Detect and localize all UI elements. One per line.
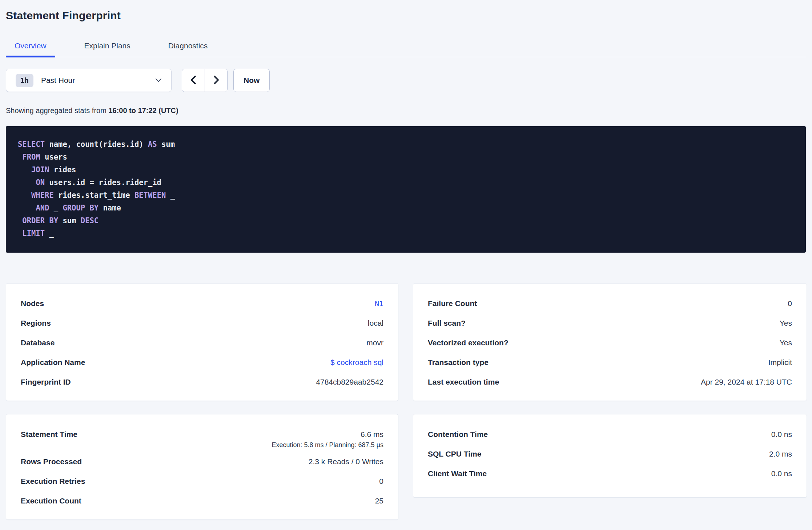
stat-value: 6.6 ms [361, 430, 383, 439]
stat-value: 0.0 ns [771, 430, 792, 439]
stat-label: Nodes [21, 299, 44, 308]
stat-value: 2.3 k Reads / 0 Writes [309, 457, 383, 466]
tab-bar: Overview Explain Plans Diagnostics [6, 36, 806, 57]
page-title: Statement Fingerprint [6, 9, 806, 22]
stat-row: Failure Count0 [428, 294, 792, 313]
stat-value: Apr 29, 2024 at 17:18 UTC [701, 378, 792, 386]
stat-value: 0.0 ns [771, 469, 792, 478]
stat-label: Database [21, 338, 55, 347]
stat-value: local [368, 319, 383, 328]
statement-details-card: NodesN1RegionslocalDatabasemovrApplicati… [6, 283, 398, 401]
stat-value: Yes [780, 338, 792, 347]
stat-row: Databasemovr [21, 333, 383, 353]
stat-label: Failure Count [428, 299, 477, 308]
stat-row: NodesN1 [21, 294, 383, 313]
stat-row: Contention Time0.0 ns [428, 425, 792, 444]
sql-line: SELECT name, count(rides.id) AS sum [18, 138, 795, 151]
tab-explain-plans[interactable]: Explain Plans [76, 36, 139, 57]
stat-label: Client Wait Time [428, 469, 487, 478]
stat-value-link[interactable]: $ cockroach sql [330, 358, 383, 367]
stat-row: Client Wait Time0.0 ns [428, 464, 792, 483]
sql-line: ORDER BY sum DESC [18, 214, 795, 227]
stat-label: Vectorized execution? [428, 338, 508, 347]
stat-row: Last execution timeApr 29, 2024 at 17:18… [428, 372, 792, 392]
stat-label: Rows Processed [21, 457, 82, 466]
stat-value: Implicit [768, 358, 792, 367]
stat-row: Rows Processed2.3 k Reads / 0 Writes [21, 452, 383, 471]
summary-cards-grid: NodesN1RegionslocalDatabasemovrApplicati… [6, 283, 806, 520]
timing-stats-card: Contention Time0.0 nsSQL CPU Time2.0 msC… [413, 414, 807, 498]
stat-value: Yes [780, 319, 792, 328]
stat-label: Execution Count [21, 497, 81, 505]
caption-range: 16:00 to 17:22 (UTC) [108, 107, 178, 115]
stat-label: Last execution time [428, 378, 499, 386]
stat-value: 0 [788, 299, 792, 308]
stat-row: Application Name$ cockroach sql [21, 353, 383, 372]
time-step-buttons [182, 69, 228, 92]
stat-label: Contention Time [428, 430, 488, 439]
chevron-left-icon [190, 75, 197, 86]
sql-line: JOIN rides [18, 164, 795, 176]
stat-value: movr [366, 338, 383, 347]
stat-row: Regionslocal [21, 313, 383, 333]
tab-overview[interactable]: Overview [6, 36, 55, 57]
stat-value: 4784cb829aab2542 [316, 378, 383, 386]
stat-value-link[interactable]: N1 [375, 299, 383, 308]
stat-row: Fingerprint ID4784cb829aab2542 [21, 372, 383, 392]
sql-statement-box: SELECT name, count(rides.id) AS sum FROM… [6, 126, 806, 253]
chevron-right-icon [213, 75, 220, 86]
stat-label: Full scan? [428, 319, 466, 328]
stat-label: SQL CPU Time [428, 450, 481, 458]
sql-line: FROM users [18, 151, 795, 164]
stat-row: Transaction typeImplicit [428, 353, 792, 372]
stat-label: Statement Time [21, 430, 77, 439]
now-button[interactable]: Now [233, 69, 270, 92]
next-range-button[interactable] [205, 69, 227, 92]
sql-line: LIMIT _ [18, 227, 795, 240]
stat-row: Full scan?Yes [428, 313, 792, 333]
stat-value: 2.0 ms [769, 450, 792, 458]
stat-row: Execution Retries0 [21, 471, 383, 491]
stat-label: Regions [21, 319, 51, 328]
stat-row: SQL CPU Time2.0 ms [428, 444, 792, 464]
aggregated-stats-caption: Showing aggregated stats from 16:00 to 1… [6, 107, 806, 115]
statement-stats-card: Statement Time6.6 msExecution: 5.8 ms / … [6, 414, 398, 520]
sql-line: WHERE rides.start_time BETWEEN _ [18, 189, 795, 202]
stat-label: Application Name [21, 358, 85, 367]
sql-line: ON users.id = rides.rider_id [18, 176, 795, 189]
stat-value: 25 [375, 497, 383, 505]
stat-label: Transaction type [428, 358, 489, 367]
stat-value: 0 [379, 477, 383, 486]
time-range-dropdown[interactable]: 1h Past Hour [6, 69, 172, 92]
stat-row: Vectorized execution?Yes [428, 333, 792, 353]
sql-line: AND _ GROUP BY name [18, 202, 795, 214]
stat-subvalue: Execution: 5.8 ms / Planning: 687.5 µs [272, 441, 383, 449]
tab-diagnostics[interactable]: Diagnostics [160, 36, 217, 57]
time-range-badge: 1h [16, 74, 33, 87]
statement-fingerprint-page: Statement Fingerprint Overview Explain P… [0, 0, 812, 530]
time-controls: 1h Past Hour Now [6, 69, 806, 92]
execution-attributes-card: Failure Count0Full scan?YesVectorized ex… [413, 283, 807, 401]
time-range-label: Past Hour [41, 76, 75, 85]
stat-label: Execution Retries [21, 477, 85, 486]
caption-prefix: Showing aggregated stats from [6, 107, 108, 115]
prev-range-button[interactable] [182, 69, 205, 92]
stat-label: Fingerprint ID [21, 378, 71, 386]
stat-row: Execution Count25 [21, 491, 383, 511]
chevron-down-icon [155, 78, 162, 83]
